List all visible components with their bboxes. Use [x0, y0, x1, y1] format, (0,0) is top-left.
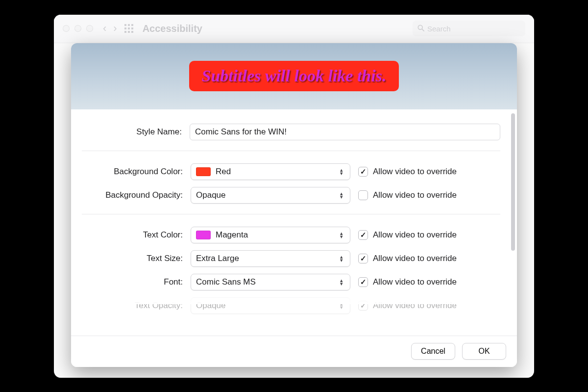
- ok-button[interactable]: OK: [462, 343, 506, 360]
- svg-rect-8: [131, 31, 133, 33]
- zoom-window-button[interactable]: [86, 25, 93, 32]
- popup-value: Extra Large: [196, 254, 332, 263]
- chevron-updown-icon: ▴▾: [337, 302, 346, 309]
- text-opacity-popup[interactable]: Opaque ▴▾: [191, 297, 350, 314]
- caption-style-sheet: Subtitles will look like this. Style Nam…: [71, 43, 517, 367]
- text-color-row: Text Color: Magenta ▴▾ Allow video to ov…: [76, 223, 500, 247]
- background-opacity-popup[interactable]: Opaque ▴▾: [191, 187, 350, 204]
- style-name-label: Style Name:: [76, 127, 182, 137]
- text-size-popup[interactable]: Extra Large ▴▾: [191, 250, 350, 267]
- popup-value: Red: [216, 167, 332, 177]
- toolbar-nav: ‹ ›: [103, 23, 134, 34]
- svg-rect-5: [131, 27, 133, 29]
- background-color-label: Background Color:: [76, 167, 183, 177]
- override-label: Allow video to override: [373, 167, 457, 177]
- show-all-button[interactable]: [124, 24, 134, 33]
- search-icon: [417, 25, 424, 33]
- style-name-row: Style Name: Comic Sans for the WIN!: [76, 120, 500, 144]
- bg-opacity-override-checkbox[interactable]: [358, 190, 368, 200]
- color-swatch: [196, 231, 211, 239]
- override-label: Allow video to override: [373, 277, 457, 287]
- popup-value: Comic Sans MS: [196, 277, 332, 287]
- minimize-window-button[interactable]: [74, 25, 81, 32]
- cancel-button[interactable]: Cancel: [411, 343, 455, 360]
- svg-rect-2: [131, 24, 133, 26]
- text-opacity-row: Text Opacity: Opaque ▴▾ Allow video to o…: [76, 294, 500, 317]
- back-button[interactable]: ‹: [103, 23, 106, 34]
- override-label: Allow video to override: [373, 254, 457, 263]
- override-label: Allow video to override: [373, 301, 457, 311]
- subtitle-preview: Subtitles will look like this.: [71, 43, 517, 109]
- text-size-label: Text Size:: [76, 254, 183, 263]
- text-color-label: Text Color:: [76, 230, 183, 240]
- popup-value: Magenta: [216, 230, 332, 240]
- search-placeholder: Search: [427, 25, 451, 33]
- titlebar: ‹ › Accessibility Search: [54, 15, 534, 43]
- text-opacity-label: Text Opacity:: [76, 301, 183, 311]
- override-label: Allow video to override: [373, 190, 457, 200]
- style-name-input[interactable]: Comic Sans for the WIN!: [190, 124, 500, 140]
- style-name-value: Comic Sans for the WIN!: [195, 127, 287, 137]
- chevron-updown-icon: ▴▾: [337, 279, 346, 286]
- scrollbar[interactable]: [511, 113, 515, 251]
- svg-rect-6: [124, 31, 126, 33]
- chevron-updown-icon: ▴▾: [337, 232, 346, 238]
- divider: [82, 151, 500, 151]
- text-size-row: Text Size: Extra Large ▴▾ Allow video to…: [76, 247, 500, 270]
- preferences-window: ‹ › Accessibility Search Subtitles will …: [54, 15, 534, 378]
- bg-color-override-checkbox[interactable]: [358, 167, 368, 177]
- text-color-override-checkbox[interactable]: [358, 230, 368, 240]
- close-window-button[interactable]: [63, 25, 70, 32]
- chevron-updown-icon: ▴▾: [337, 255, 346, 262]
- svg-point-9: [418, 25, 422, 29]
- window-controls: [63, 25, 93, 32]
- font-popup[interactable]: Comic Sans MS ▴▾: [191, 274, 350, 290]
- background-opacity-label: Background Opacity:: [76, 190, 183, 200]
- text-color-popup[interactable]: Magenta ▴▾: [191, 227, 350, 243]
- forward-button[interactable]: ›: [113, 23, 117, 34]
- search-input[interactable]: Search: [413, 21, 525, 36]
- font-override-checkbox[interactable]: [358, 277, 368, 287]
- form-scroll-area: Style Name: Comic Sans for the WIN! Back…: [71, 109, 517, 336]
- background-opacity-row: Background Opacity: Opaque ▴▾ Allow vide…: [76, 183, 500, 207]
- chevron-updown-icon: ▴▾: [337, 168, 346, 175]
- svg-rect-7: [128, 31, 130, 33]
- chevron-updown-icon: ▴▾: [337, 192, 346, 199]
- window-title: Accessibility: [143, 23, 202, 34]
- text-opacity-override-checkbox[interactable]: [358, 301, 368, 311]
- divider: [82, 214, 500, 214]
- svg-rect-3: [124, 27, 126, 29]
- popup-value: Opaque: [196, 190, 332, 200]
- svg-rect-4: [128, 27, 130, 29]
- svg-line-10: [422, 29, 424, 31]
- font-label: Font:: [76, 277, 183, 287]
- background-color-row: Background Color: Red ▴▾ Allow video to …: [76, 160, 500, 183]
- sheet-footer: Cancel OK: [71, 336, 517, 367]
- subtitle-sample: Subtitles will look like this.: [189, 61, 399, 91]
- svg-rect-1: [128, 24, 130, 26]
- background-color-popup[interactable]: Red ▴▾: [191, 163, 350, 180]
- override-label: Allow video to override: [373, 230, 457, 240]
- ok-button-label: OK: [478, 347, 490, 356]
- svg-rect-0: [124, 24, 126, 26]
- font-row: Font: Comic Sans MS ▴▾ Allow video to ov…: [76, 270, 500, 294]
- cancel-button-label: Cancel: [421, 347, 445, 356]
- popup-value: Opaque: [196, 301, 332, 311]
- text-size-override-checkbox[interactable]: [358, 254, 368, 263]
- color-swatch: [196, 167, 211, 176]
